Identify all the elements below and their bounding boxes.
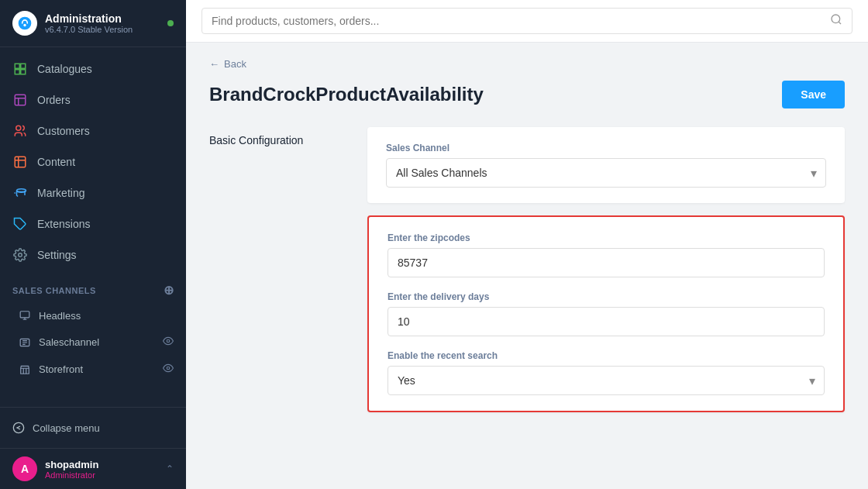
sales-channel-select[interactable]: All Sales Channels [386,158,826,188]
sales-channel-card: Sales Channel All Sales Channels ▾ [367,127,845,203]
avatar: A [12,456,37,481]
app-logo [12,11,37,36]
zipcodes-label: Enter the zipcodes [388,232,825,243]
sidebar-item-settings[interactable]: Settings [0,239,186,270]
marketing-label: Marketing [37,187,84,199]
customers-label: Customers [37,125,90,137]
right-panel: Sales Channel All Sales Channels ▾ Enter… [367,127,845,412]
sidebar-item-storefront[interactable]: Storefront [0,356,186,383]
page-header: BrandCrockProductAvailability Save [209,81,845,108]
sidebar-footer: Collapse menu [0,407,186,448]
marketing-icon [12,185,28,201]
svg-rect-4 [15,157,26,167]
headless-label: Headless [39,310,81,322]
orders-label: Orders [37,94,71,106]
content-icon [12,154,28,170]
storefront-eye-icon[interactable] [163,363,174,376]
breadcrumb: ← Back [209,58,845,70]
user-role: Administrator [45,470,98,480]
sidebar-nav: Catalogues Orders Customers Content [0,47,186,407]
sidebar-item-marketing[interactable]: Marketing [0,177,186,208]
sidebar-item-saleschannel[interactable]: Saleschannel [0,329,186,356]
sidebar-item-headless[interactable]: Headless [0,302,186,329]
saleschannel-eye-icon[interactable] [163,336,174,349]
section-label: Basic Configuration [209,134,303,146]
svg-point-1 [23,24,26,26]
sidebar-item-catalogues[interactable]: Catalogues [0,53,186,84]
section-label-area: Basic Configuration [209,127,349,412]
recent-search-select-wrapper: Yes No ▾ [388,366,825,395]
zipcodes-input[interactable] [388,248,825,277]
recent-search-label: Enable the recent search [388,350,825,361]
app-name: Administration [45,12,133,25]
delivery-days-label: Enter the delivery days [388,291,825,302]
svg-point-13 [832,15,840,23]
sidebar: Administration v6.4.7.0 Stable Version C… [0,0,186,489]
save-button[interactable]: Save [782,81,845,108]
search-box[interactable] [202,8,852,34]
collapse-menu-button[interactable]: Collapse menu [12,415,174,440]
catalogues-icon [12,61,28,77]
app-info: Administration v6.4.7.0 Stable Version [45,12,133,34]
svg-point-3 [16,126,21,130]
user-section[interactable]: A shopadmin Administrator ⌃ [0,448,186,489]
page-content: ← Back BrandCrockProductAvailability Sav… [186,43,868,489]
user-name: shopadmin [45,459,98,470]
sidebar-item-customers[interactable]: Customers [0,115,186,146]
sales-channel-select-wrapper: All Sales Channels ▾ [386,158,826,188]
sidebar-item-orders[interactable]: Orders [0,84,186,115]
sales-channels-section: Sales Channels ⊕ [0,270,186,302]
svg-rect-2 [15,95,26,105]
extensions-label: Extensions [37,218,90,230]
svg-point-11 [167,367,170,370]
user-chevron-icon: ⌃ [166,463,174,474]
svg-rect-8 [20,312,29,318]
delivery-days-group: Enter the delivery days [388,291,825,336]
search-icon [830,13,842,29]
sidebar-header: Administration v6.4.7.0 Stable Version [0,0,186,47]
content-label: Content [37,156,75,168]
config-highlighted-card: Enter the zipcodes Enter the delivery da… [367,215,845,412]
headless-icon [19,309,31,322]
catalogues-label: Catalogues [37,63,92,75]
app-version: v6.4.7.0 Stable Version [45,25,133,34]
content-layout: Basic Configuration Sales Channel All Sa… [209,127,845,412]
collapse-icon [12,422,25,434]
collapse-label: Collapse menu [33,422,100,434]
recent-search-group: Enable the recent search Yes No ▾ [388,350,825,395]
orders-icon [12,92,28,108]
sidebar-item-extensions[interactable]: Extensions [0,208,186,239]
svg-point-12 [13,422,23,432]
svg-point-10 [167,339,170,343]
add-sales-channel-button[interactable]: ⊕ [164,283,174,298]
search-input[interactable] [212,15,824,27]
back-link[interactable]: Back [224,58,246,70]
page-title: BrandCrockProductAvailability [209,84,484,105]
zipcodes-group: Enter the zipcodes [388,232,825,277]
saleschannel-label: Saleschannel [39,336,99,348]
settings-label: Settings [37,249,77,261]
storefront-label: Storefront [39,363,83,375]
svg-point-7 [19,253,22,257]
storefront-icon [19,363,31,376]
customers-icon [12,123,28,139]
sales-channel-label: Sales Channel [386,143,826,153]
status-dot [167,20,174,26]
delivery-days-input[interactable] [388,307,825,336]
svg-point-0 [19,17,32,30]
sales-channels-title: Sales Channels [12,286,96,295]
user-info: shopadmin Administrator [45,459,98,480]
back-arrow-icon: ← [209,58,219,70]
topbar [186,0,868,43]
settings-icon [12,247,28,263]
sidebar-item-content[interactable]: Content [0,146,186,177]
extensions-icon [12,216,28,232]
recent-search-select[interactable]: Yes No [388,366,825,395]
main-content: ← Back BrandCrockProductAvailability Sav… [186,0,868,489]
saleschannel-icon [19,336,31,349]
